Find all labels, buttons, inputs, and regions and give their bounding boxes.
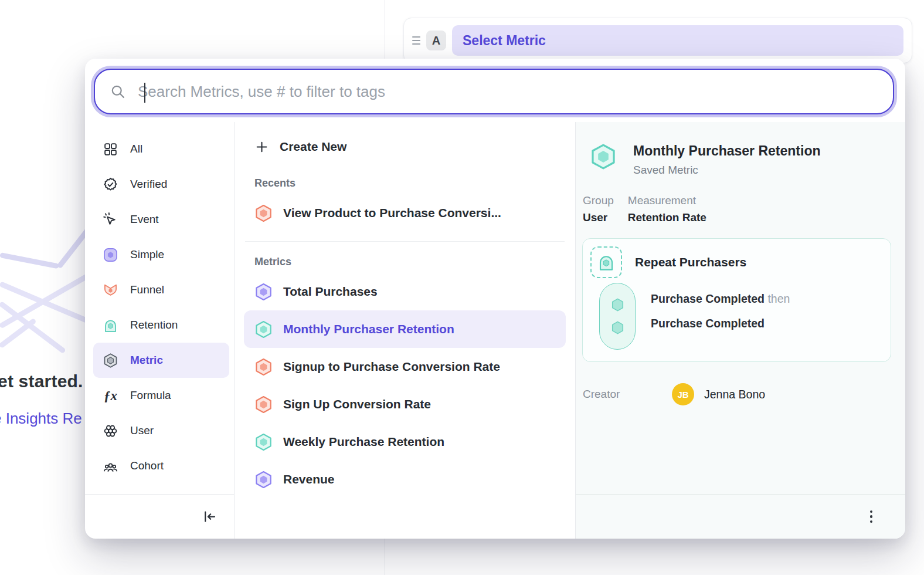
sidebar-item-label: User xyxy=(130,424,154,437)
list-divider xyxy=(245,241,565,242)
metric-item-sign-up-conversion[interactable]: Sign Up Conversion Rate xyxy=(244,385,566,423)
definition-step-2: Purchase Completed xyxy=(651,317,790,330)
measurement-value: Retention Rate xyxy=(628,211,706,224)
metric-item-monthly-purchaser-retention[interactable]: Monthly Purchaser Retention xyxy=(244,310,566,348)
detail-header: Monthly Purchaser Retention Saved Metric xyxy=(590,143,905,177)
metric-list-column: Create New Recents View Product to Purch… xyxy=(235,122,576,539)
metric-hexagon-icon xyxy=(590,143,617,170)
create-new-button[interactable]: Create New xyxy=(244,130,566,163)
metric-item-label: Monthly Purchaser Retention xyxy=(283,322,454,336)
creator-name: Jenna Bono xyxy=(704,388,765,401)
metric-hexagon-icon xyxy=(103,353,118,368)
step-connector: then xyxy=(767,292,790,305)
detail-panel-footer xyxy=(576,494,905,539)
simple-metric-icon xyxy=(103,247,118,263)
sidebar-item-label: Retention xyxy=(130,319,178,332)
drag-handle-icon[interactable] xyxy=(412,36,420,45)
metric-hexagon-icon xyxy=(254,395,273,414)
metric-item-label: Signup to Purchase Conversion Rate xyxy=(283,360,500,374)
metric-hexagon-icon xyxy=(254,471,273,489)
definition-card: Repeat Purchasers Purchase Completed xyxy=(582,238,891,362)
recent-metric-item[interactable]: View Product to Purchase Conversi... xyxy=(244,194,566,232)
sidebar-item-label: Cohort xyxy=(130,459,164,472)
insights-link-fragment[interactable]: e Insights Re xyxy=(0,410,82,428)
get-started-heading-fragment: et started. xyxy=(0,371,83,391)
sidebar-item-simple[interactable]: Simple xyxy=(85,237,234,272)
decor-chart-line xyxy=(0,273,89,329)
sidebar-item-verified[interactable]: Verified xyxy=(85,167,234,202)
metric-item-weekly-purchase-retention[interactable]: Weekly Purchase Retention xyxy=(244,423,566,461)
sidebar-item-label: Simple xyxy=(130,248,164,261)
metric-item-revenue[interactable]: Revenue xyxy=(244,461,566,498)
detail-meta: Group User Measurement Retention Rate xyxy=(583,194,905,224)
funnel-metric-hexagon-icon xyxy=(254,204,273,222)
sidebar-item-metric[interactable]: Metric xyxy=(93,343,229,378)
creator-row: Creator JB Jenna Bono xyxy=(583,383,905,405)
metric-row-badge: A xyxy=(426,31,446,50)
detail-title: Monthly Purchaser Retention xyxy=(633,143,820,159)
select-metric-label: Select Metric xyxy=(463,33,546,49)
collapse-panel-icon[interactable] xyxy=(202,509,218,525)
creator-avatar: JB xyxy=(672,383,694,405)
event-hexagon-icon xyxy=(610,320,626,336)
select-metric-button[interactable]: Select Metric xyxy=(452,25,903,56)
metric-item-label: Weekly Purchase Retention xyxy=(283,435,444,449)
metric-hexagon-icon xyxy=(254,283,273,301)
sidebar-item-label: Metric xyxy=(130,354,163,367)
metric-row-card: A Select Metric xyxy=(403,18,912,63)
plus-icon xyxy=(254,140,269,154)
search-input[interactable] xyxy=(138,83,893,101)
definition-step-1: Purchase Completed then xyxy=(651,292,790,306)
sidebar-item-label: Event xyxy=(130,213,159,226)
measurement-label: Measurement xyxy=(628,194,706,207)
definition-title: Repeat Purchasers xyxy=(635,255,746,269)
metric-item-total-purchases[interactable]: Total Purchases xyxy=(244,273,566,310)
metric-detail-panel: Monthly Purchaser Retention Saved Metric… xyxy=(576,122,905,539)
user-cluster-icon xyxy=(103,423,118,439)
text-caret xyxy=(144,83,145,103)
event-cursor-icon xyxy=(103,212,118,228)
filter-sidebar: All Verified xyxy=(85,122,235,539)
cohort-people-icon xyxy=(103,458,118,474)
decor-chart-line xyxy=(0,252,59,269)
metrics-section-title: Metrics xyxy=(254,256,566,268)
metric-picker-modal: All Verified xyxy=(85,59,905,539)
metric-item-label: View Product to Purchase Conversi... xyxy=(283,206,501,220)
sidebar-item-funnel[interactable]: Funnel xyxy=(85,272,234,307)
grid-icon xyxy=(103,141,118,157)
search-focus-ring xyxy=(91,66,897,117)
event-sequence-capsule xyxy=(599,283,636,350)
sidebar-item-label: Verified xyxy=(130,178,167,191)
metric-item-signup-to-purchase[interactable]: Signup to Purchase Conversion Rate xyxy=(244,348,566,385)
search-bar[interactable] xyxy=(94,69,894,114)
metric-hexagon-icon xyxy=(254,358,273,376)
sidebar-footer xyxy=(85,494,234,539)
metric-item-label: Revenue xyxy=(283,472,335,486)
formula-icon: ƒx xyxy=(103,388,118,404)
metric-item-label: Total Purchases xyxy=(283,285,378,299)
sidebar-item-label: Funnel xyxy=(130,283,164,296)
group-value: User xyxy=(583,211,614,224)
search-icon xyxy=(110,84,126,100)
recents-section-title: Recents xyxy=(254,177,566,190)
detail-subtitle: Saved Metric xyxy=(633,164,820,177)
retention-icon xyxy=(103,317,118,333)
sidebar-item-formula[interactable]: ƒx Formula xyxy=(85,378,234,413)
sidebar-item-event[interactable]: Event xyxy=(85,202,234,237)
metric-hexagon-icon xyxy=(254,320,273,339)
retention-definition-icon xyxy=(590,246,622,278)
metric-hexagon-icon xyxy=(254,433,273,451)
sidebar-item-label: All xyxy=(130,143,142,155)
more-options-icon[interactable] xyxy=(867,507,877,527)
sidebar-item-user[interactable]: User xyxy=(85,413,234,448)
sidebar-item-retention[interactable]: Retention xyxy=(85,307,234,343)
create-new-label: Create New xyxy=(280,140,346,154)
creator-label: Creator xyxy=(583,388,672,401)
funnel-icon xyxy=(103,282,118,298)
sidebar-item-label: Formula xyxy=(130,389,171,402)
sidebar-item-all[interactable]: All xyxy=(85,131,234,167)
sidebar-item-cohort[interactable]: Cohort xyxy=(85,448,234,483)
group-label: Group xyxy=(583,194,614,207)
event-hexagon-icon xyxy=(610,297,626,313)
metric-item-label: Sign Up Conversion Rate xyxy=(283,397,431,411)
